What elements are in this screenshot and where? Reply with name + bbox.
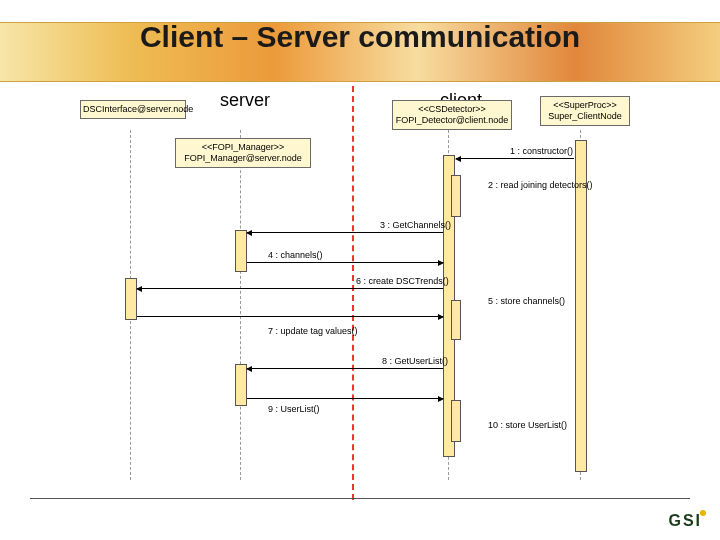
activation-dsc — [125, 278, 137, 320]
msg-m10: 10 : store UserList() — [488, 420, 567, 430]
msg-m2: 2 : read joining detectors() — [488, 180, 593, 190]
msg-m7: 7 : update tag values() — [268, 326, 358, 336]
lifeline-manager — [240, 130, 241, 480]
object-detector-label: FOPI_Detector@client.node — [395, 115, 509, 126]
server-label: server — [220, 90, 270, 111]
msg-m3: 3 : GetChannels() — [380, 220, 451, 230]
footer-divider — [30, 498, 690, 499]
server-client-separator — [352, 86, 354, 500]
arrow-m1 — [456, 158, 574, 159]
arrow-m6 — [137, 288, 443, 289]
msg-m8: 8 : GetUserList() — [382, 356, 448, 366]
msg-m4: 4 : channels() — [268, 250, 323, 260]
arrow-m9 — [247, 398, 443, 399]
msg-m1: 1 : constructor() — [510, 146, 573, 156]
slide-title: Client – Server communication — [0, 20, 720, 54]
object-manager-label: FOPI_Manager@server.node — [178, 153, 308, 164]
arrow-m8 — [247, 368, 443, 369]
object-manager: <<FOPI_Manager>> FOPI_Manager@server.nod… — [175, 138, 311, 168]
object-detector-stereotype: <<CSDetector>> — [395, 104, 509, 115]
msg-m5: 5 : store channels() — [488, 296, 565, 306]
gsi-logo: GSI — [668, 512, 704, 530]
activation-detector-nested-1 — [451, 175, 461, 217]
object-super: <<SuperProc>> Super_ClientNode — [540, 96, 630, 126]
object-super-stereotype: <<SuperProc>> — [543, 100, 627, 111]
object-dsc-label: DSCInterface@server.node — [83, 104, 193, 114]
arrow-m7 — [137, 316, 443, 317]
gsi-logo-text: GSI — [668, 512, 702, 529]
logo-dot-icon — [700, 510, 706, 516]
msg-m9: 9 : UserList() — [268, 404, 320, 414]
object-detector: <<CSDetector>> FOPI_Detector@client.node — [392, 100, 512, 130]
object-dsc: DSCInterface@server.node — [80, 100, 186, 119]
activation-detector-nested-2 — [451, 300, 461, 340]
object-manager-stereotype: <<FOPI_Manager>> — [178, 142, 308, 153]
arrow-m3 — [247, 232, 443, 233]
msg-m6: 6 : create DSCTrends() — [356, 276, 449, 286]
activation-detector-nested-3 — [451, 400, 461, 442]
object-super-label: Super_ClientNode — [543, 111, 627, 122]
activation-manager-1 — [235, 230, 247, 272]
arrow-m4 — [247, 262, 443, 263]
